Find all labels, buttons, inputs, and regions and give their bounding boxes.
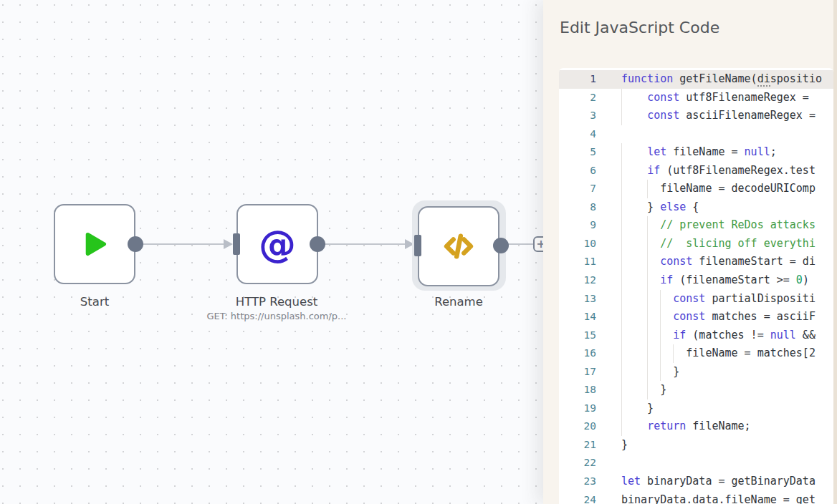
line-number: 4	[559, 125, 596, 144]
indent-guide	[621, 180, 622, 198]
indent-guide	[621, 162, 622, 180]
code-line: 10 // slicing off everythi	[559, 235, 833, 253]
node-rename[interactable]	[418, 206, 499, 286]
indent-guide	[621, 290, 622, 309]
line-number: 2	[559, 89, 596, 107]
indent-guide	[621, 143, 622, 162]
indent-guide	[621, 216, 622, 235]
line-number: 9	[559, 216, 596, 235]
indent-guide	[660, 344, 661, 363]
code-line: 8 } else {	[559, 198, 833, 217]
input-connector[interactable]	[414, 235, 421, 256]
code-line: 20 return fileName;	[559, 417, 833, 436]
line-number: 18	[559, 381, 596, 399]
connection-arrow-icon	[224, 239, 233, 249]
output-connector[interactable]	[128, 236, 143, 252]
line-number: 13	[559, 290, 596, 309]
code-icon	[440, 228, 477, 265]
line-number: 8	[559, 198, 596, 217]
code-editor[interactable]: 1function getFileName(dispositio2 const …	[559, 68, 833, 504]
indent-guide	[621, 89, 622, 107]
code-line: 12 if (filenameStart >= 0)	[559, 271, 833, 290]
output-connector[interactable]	[310, 236, 325, 252]
line-number: 11	[559, 253, 596, 271]
code-line: 23let binaryData = getBinaryData	[559, 472, 833, 491]
indent-guide	[647, 180, 648, 198]
indent-guide	[647, 344, 648, 363]
indent-guide	[647, 216, 648, 235]
code-line: 11 const filenameStart = di	[559, 253, 833, 271]
play-icon	[77, 226, 113, 262]
line-number: 6	[559, 162, 596, 180]
indent-guide	[647, 363, 648, 382]
line-number: 15	[559, 326, 596, 345]
code-line: 1function getFileName(dispositio	[559, 70, 833, 89]
code-line: 9 // prevent ReDos attacks	[559, 216, 833, 235]
code-line: 7 fileName = decodeURIComp	[559, 180, 833, 198]
code-line: 22	[559, 454, 833, 472]
indent-guide	[621, 399, 622, 418]
editor-scrollbar[interactable]	[833, 0, 837, 504]
line-number: 24	[559, 491, 596, 504]
connection-wire	[135, 243, 224, 245]
line-number: 12	[559, 271, 596, 290]
line-number: 17	[559, 363, 596, 382]
line-number: 1	[559, 70, 596, 89]
app-window: Start @ HTTP Request GET: https://unspla…	[0, 0, 837, 504]
input-connector[interactable]	[233, 233, 240, 255]
code-line: 17 }	[559, 363, 833, 382]
indent-guide	[621, 271, 622, 290]
connection-wire	[317, 243, 406, 245]
line-number: 3	[559, 107, 596, 125]
indent-guide	[647, 326, 648, 345]
line-number: 5	[559, 143, 596, 162]
node-label-start: Start	[80, 295, 109, 309]
indent-guide	[647, 290, 648, 309]
code-line: 13 const partialDispositi	[559, 290, 833, 309]
indent-guide	[621, 381, 622, 399]
indent-guide	[621, 198, 622, 217]
code-line: 14 const matches = asciiF	[559, 308, 833, 326]
code-lines: 1function getFileName(dispositio2 const …	[559, 70, 833, 504]
code-line: 15 if (matches != null &&	[559, 326, 833, 345]
indent-guide	[621, 363, 622, 382]
code-line: 24binaryData.data.fileName = get	[559, 491, 833, 504]
node-start[interactable]	[54, 204, 135, 284]
indent-guide	[621, 107, 622, 125]
indent-guide	[621, 344, 622, 363]
code-line: 5 let fileName = null;	[559, 143, 833, 162]
indent-guide	[647, 271, 648, 290]
line-number: 21	[559, 436, 596, 455]
node-http-request[interactable]: @	[236, 204, 318, 284]
indent-guide	[647, 235, 648, 253]
line-number: 23	[559, 472, 596, 491]
indent-guide	[660, 326, 661, 345]
indent-guide	[621, 235, 622, 253]
node-sublabel-http: GET: https://unsplash.com/p...	[207, 311, 347, 321]
panel-title: Edit JavaScript Code	[560, 19, 719, 37]
at-icon: @	[259, 226, 296, 263]
node-label-http: HTTP Request	[236, 295, 318, 309]
code-line: 2 const utf8FilenameRegex =	[559, 89, 833, 107]
node-editor-panel: Edit JavaScript Code 1function getFileNa…	[543, 0, 837, 504]
indent-guide	[673, 344, 674, 363]
line-number: 7	[559, 180, 596, 198]
line-number: 22	[559, 454, 596, 472]
indent-guide	[647, 381, 648, 399]
indent-guide	[660, 290, 661, 309]
output-connector[interactable]	[493, 238, 509, 253]
code-line: 3 const asciiFilenameRegex =	[559, 107, 833, 125]
indent-guide	[621, 326, 622, 345]
line-number: 19	[559, 399, 596, 418]
line-number: 20	[559, 417, 596, 436]
indent-guide	[660, 363, 661, 382]
line-number: 16	[559, 344, 596, 363]
indent-guide	[647, 253, 648, 271]
indent-guide	[621, 308, 622, 326]
code-line: 16 fileName = matches[2	[559, 344, 833, 363]
indent-guide	[647, 308, 648, 326]
line-number: 14	[559, 308, 596, 326]
indent-guide	[621, 417, 622, 436]
line-number: 10	[559, 235, 596, 253]
indent-guide	[660, 308, 661, 326]
